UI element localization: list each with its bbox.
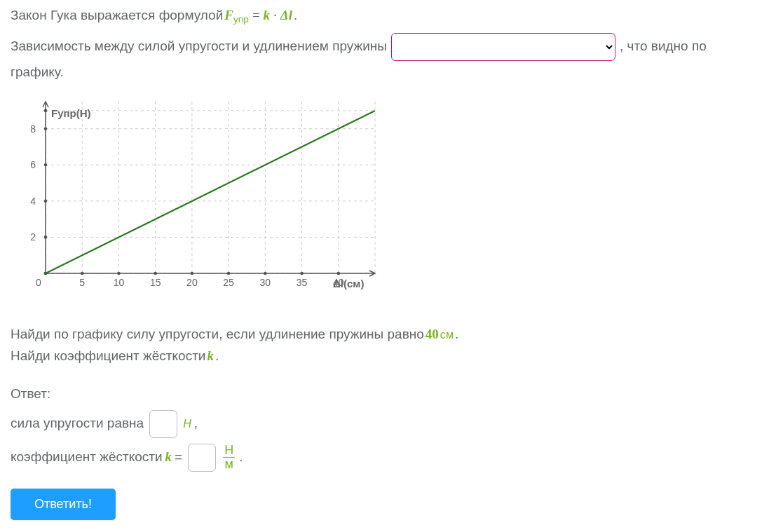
task1-unit: см	[440, 326, 454, 343]
svg-point-25	[191, 272, 194, 275]
answer-coeff-row: коэффициент жёсткости k = Н м .	[11, 444, 772, 472]
task2-before: Найди коэффициент жёсткости	[11, 346, 205, 367]
frac-num: Н	[223, 444, 235, 458]
answer-coeff-before: коэффициент жёсткости	[11, 447, 163, 468]
svg-text:20: 20	[186, 277, 198, 288]
svg-point-29	[264, 272, 267, 275]
answer-header: Ответ:	[11, 384, 772, 404]
svg-point-40	[44, 163, 48, 167]
svg-point-36	[44, 236, 48, 239]
svg-text:5: 5	[79, 277, 85, 288]
svg-point-31	[300, 272, 304, 275]
task1-after: .	[455, 325, 458, 345]
frac-den: м	[224, 458, 235, 471]
intro-period: .	[294, 6, 297, 26]
task1-value: 40	[425, 325, 439, 345]
svg-text:30: 30	[260, 277, 271, 288]
answer-force-before: сила упругости равна	[11, 414, 144, 434]
answer-coeff-eq: =	[175, 447, 182, 468]
formula-eq: =	[252, 8, 263, 22]
formula-sub: упр	[233, 14, 249, 25]
svg-text:8: 8	[30, 123, 36, 135]
svg-text:2: 2	[30, 231, 36, 243]
task2-after: .	[215, 346, 219, 367]
svg-text:25: 25	[223, 277, 234, 288]
svg-text:10: 10	[114, 277, 125, 288]
svg-text:Δl(см): Δl(см)	[333, 278, 364, 289]
intro-text: Закон Гука выражается формулой	[11, 6, 223, 26]
dependency-before: Зависимость между силой упругости и удли…	[11, 36, 387, 57]
formula-k: k	[264, 8, 271, 22]
svg-point-19	[81, 272, 84, 275]
svg-text:15: 15	[150, 277, 161, 288]
submit-button[interactable]: Ответить!	[11, 489, 116, 520]
task-line2: Найди коэффициент жёсткости k.	[11, 346, 772, 367]
chart-svg: 51015202530354024680Fупр(Н)Δl(см)	[11, 95, 382, 305]
svg-point-21	[117, 272, 121, 275]
task-line1: Найди по графику силу упругости, если уд…	[11, 325, 772, 345]
intro-line: Закон Гука выражается формулой Fупр = k …	[11, 6, 772, 26]
dependency-select[interactable]	[391, 33, 615, 61]
svg-text:6: 6	[30, 159, 36, 170]
unit-fraction: Н м	[223, 444, 235, 471]
dependency-line: Зависимость между силой упругости и удли…	[11, 33, 772, 61]
task1-before: Найди по графику силу упругости, если уд…	[11, 325, 424, 345]
task2-k: k	[207, 346, 214, 367]
formula: Fупр = k · Δl	[224, 6, 292, 26]
answer-coeff-after: .	[239, 447, 243, 468]
chart: 51015202530354024680Fупр(Н)Δl(см)	[11, 95, 772, 305]
svg-point-23	[154, 272, 157, 275]
svg-point-33	[336, 272, 340, 275]
formula-delta: Δ	[280, 8, 289, 22]
svg-text:35: 35	[297, 277, 308, 288]
formula-dot: ·	[273, 8, 280, 22]
svg-point-38	[44, 200, 48, 203]
svg-point-44	[44, 109, 48, 113]
formula-l: l	[289, 8, 292, 22]
answer-force-row: сила упругости равна Н,	[11, 410, 772, 438]
force-input[interactable]	[149, 410, 177, 438]
formula-F: F	[224, 8, 233, 22]
dependency-line2: графику.	[11, 62, 772, 83]
answer-force-after: ,	[194, 414, 198, 434]
dependency-after: , что видно по	[620, 36, 707, 57]
svg-text:Fупр(Н): Fупр(Н)	[51, 107, 91, 119]
svg-text:4: 4	[30, 196, 36, 207]
svg-point-27	[227, 272, 231, 275]
svg-point-42	[44, 127, 48, 130]
answer-force-unit: Н	[183, 415, 191, 432]
coeff-input[interactable]	[188, 444, 216, 472]
svg-text:0: 0	[36, 277, 41, 288]
answer-coeff-k: k	[165, 447, 172, 468]
